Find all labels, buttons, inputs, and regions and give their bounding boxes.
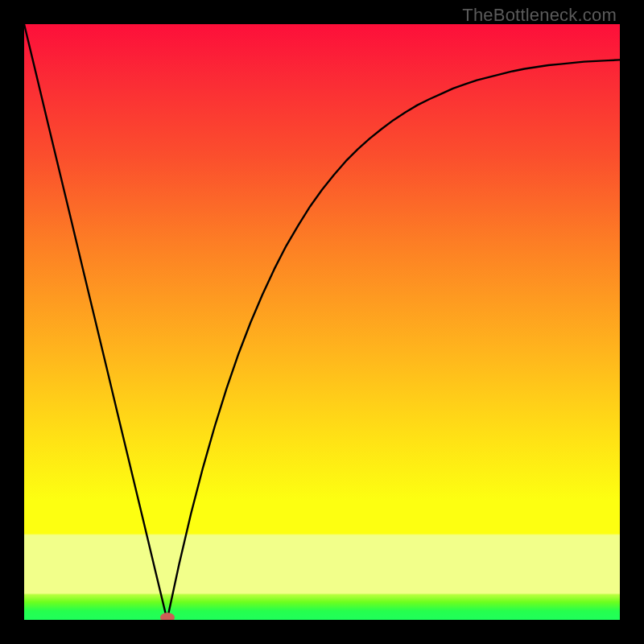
minimum-marker bbox=[160, 613, 175, 620]
plot-area bbox=[24, 24, 620, 620]
attribution-text: TheBottleneck.com bbox=[462, 5, 617, 26]
chart-frame: TheBottleneck.com bbox=[0, 0, 644, 644]
bottleneck-curve bbox=[24, 24, 620, 620]
